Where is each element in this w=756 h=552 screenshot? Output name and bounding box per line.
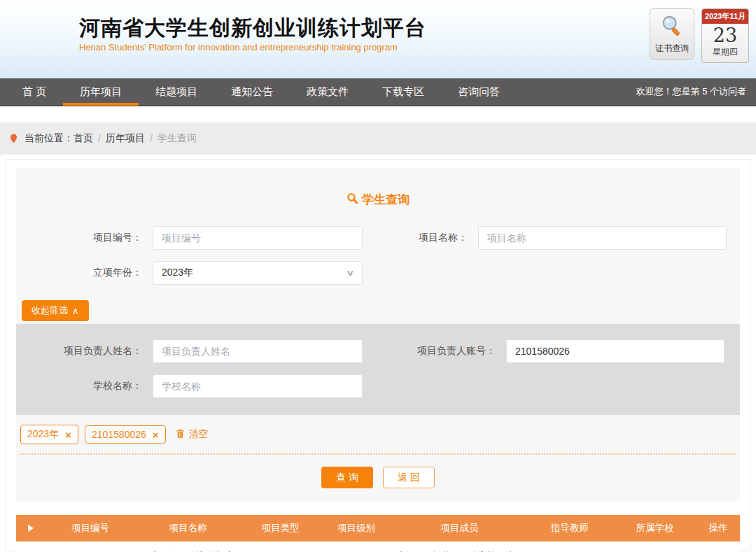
breadcrumb-separator: /	[145, 133, 158, 144]
nav-item-qa[interactable]: 咨询问答	[441, 78, 517, 106]
main-container: 学生查询 项目编号： 项目名称： 立项年份： 2023年 ∨ 收起筛选 ∧	[6, 159, 750, 551]
leader-account-label: 项目负责人账号：	[377, 345, 506, 358]
year-select-value: 2023年	[162, 267, 193, 279]
cell-project-members: 张耀天、杨秋月、孙家祥、张子政、仝宜宜	[393, 547, 526, 552]
magnifier-icon	[660, 14, 684, 41]
project-code-label: 项目编号：	[16, 232, 153, 244]
search-icon	[346, 192, 358, 208]
chevron-up-icon: ∧	[72, 306, 79, 316]
form-row-2: 立项年份： 2023年 ∨	[16, 261, 740, 285]
advanced-filter-panel: 项目负责人姓名： 项目负责人账号： 学校名称：	[16, 324, 740, 415]
filter-tag-year-text: 2023年	[27, 428, 59, 441]
leader-name-label: 项目负责人姓名：	[16, 345, 153, 358]
form-row-1: 项目编号： 项目名称：	[16, 226, 740, 250]
col-header-teachers: 指导教师	[526, 519, 613, 538]
page: 河南省大学生创新创业训练计划平台 Henan Students' Platfor…	[0, 0, 756, 552]
school-name-label: 学校名称：	[16, 380, 153, 392]
leader-account-input[interactable]	[506, 339, 724, 363]
cell-project-name: 泥火传奇——让汝瓷 文化燃起来	[136, 547, 241, 552]
search-title: 学生查询	[16, 192, 740, 208]
trash-icon	[175, 428, 186, 441]
visitor-welcome-text: 欢迎您！您是第 5 个访问者	[636, 85, 746, 98]
chevron-down-icon: ∨	[346, 268, 354, 278]
breadcrumb-past-projects[interactable]: 历年项目	[106, 132, 145, 145]
close-icon[interactable]: ×	[153, 430, 159, 440]
site-header: 河南省大学生创新创业训练计划平台 Henan Students' Platfor…	[0, 0, 756, 78]
nav-item-past-projects[interactable]: 历年项目	[63, 78, 139, 106]
leader-name-input[interactable]	[153, 339, 363, 363]
form-row-3: 项目负责人姓名： 项目负责人账号：	[16, 339, 740, 363]
header-right: 证书查询 2023年11月 23 星期四	[650, 8, 749, 63]
breadcrumb-home[interactable]: 首页	[74, 132, 93, 145]
search-title-text: 学生查询	[362, 192, 410, 208]
clear-filters-label: 清空	[189, 428, 209, 441]
filter-tag-year: 2023年 ×	[20, 425, 78, 444]
results-table: 项目编号 项目名称 项目类型 项目级别 项目成员 指导教师 所属学校 操作 20…	[16, 515, 740, 552]
form-row-4: 学校名称：	[16, 374, 740, 398]
filter-tags-row: 2023年 × 2101580026 × 清空	[20, 425, 740, 444]
col-header-name: 项目名称	[136, 519, 241, 538]
close-icon[interactable]: ×	[65, 430, 71, 440]
breadcrumb: 当前位置： 首页 / 历年项目 / 学生查询	[0, 122, 756, 155]
search-form-panel: 学生查询 项目编号： 项目名称： 立项年份： 2023年 ∨ 收起筛选 ∧	[16, 168, 740, 501]
nav-item-notices[interactable]: 通知公告	[214, 78, 290, 106]
certificate-query-label: 证书查询	[655, 43, 689, 55]
nav-item-policies[interactable]: 政策文件	[290, 78, 365, 106]
clear-filters-button[interactable]: 清空	[175, 428, 209, 441]
page-title: 河南省大学生创新创业训练计划平台	[79, 14, 426, 41]
col-header-type: 项目类型	[241, 519, 321, 538]
col-header-code: 项目编号	[45, 519, 135, 538]
page-subtitle: Henan Students' Platform for innovation …	[79, 42, 426, 52]
form-actions: 查 询 返 回	[16, 455, 740, 501]
location-pin-icon	[8, 133, 19, 144]
calendar-widget: 2023年11月 23 星期四	[701, 8, 749, 63]
expand-all-icon[interactable]	[28, 525, 34, 532]
brand: 河南省大学生创新创业训练计划平台 Henan Students' Platfor…	[79, 14, 426, 52]
back-button[interactable]: 返 回	[383, 467, 435, 488]
calendar-day: 23	[702, 24, 748, 46]
query-button[interactable]: 查 询	[321, 467, 373, 488]
collapse-filter-label: 收起筛选	[31, 304, 68, 317]
col-header-school: 所属学校	[613, 519, 696, 538]
school-name-input[interactable]	[153, 374, 363, 398]
nav-item-downloads[interactable]: 下载专区	[365, 78, 441, 106]
col-header-action: 操作	[696, 519, 740, 538]
project-name-label: 项目名称：	[377, 232, 478, 244]
calendar-weekday: 星期四	[702, 46, 748, 58]
nav-item-home[interactable]: 首 页	[6, 78, 63, 106]
table-row: 202311834003 泥火传奇——让汝瓷 文化燃起来 创业训练项目 国家级 …	[16, 542, 740, 552]
project-name-input[interactable]	[478, 226, 727, 250]
col-header-level: 项目级别	[320, 519, 392, 538]
project-code-input[interactable]	[153, 226, 363, 250]
table-header-row: 项目编号 项目名称 项目类型 项目级别 项目成员 指导教师 所属学校 操作	[16, 515, 740, 542]
col-header-members: 项目成员	[393, 519, 526, 538]
nav-item-completed-projects[interactable]: 结题项目	[139, 78, 214, 106]
collapse-filter-button[interactable]: 收起筛选 ∧	[22, 300, 89, 321]
year-select[interactable]: 2023年 ∨	[153, 261, 363, 285]
breadcrumb-separator: /	[93, 133, 106, 144]
filter-tag-account: 2101580026 ×	[85, 425, 166, 444]
certificate-query-button[interactable]: 证书查询	[650, 8, 694, 60]
calendar-month: 2023年11月	[702, 9, 748, 24]
main-nav: 首 页 历年项目 结题项目 通知公告 政策文件 下载专区 咨询问答 欢迎您！您是…	[0, 78, 756, 106]
breadcrumb-current: 学生查询	[158, 132, 197, 145]
filter-tag-account-text: 2101580026	[92, 429, 146, 440]
year-label: 立项年份：	[16, 267, 153, 279]
breadcrumb-label: 当前位置：	[24, 132, 74, 145]
expand-all-cell	[16, 523, 45, 533]
